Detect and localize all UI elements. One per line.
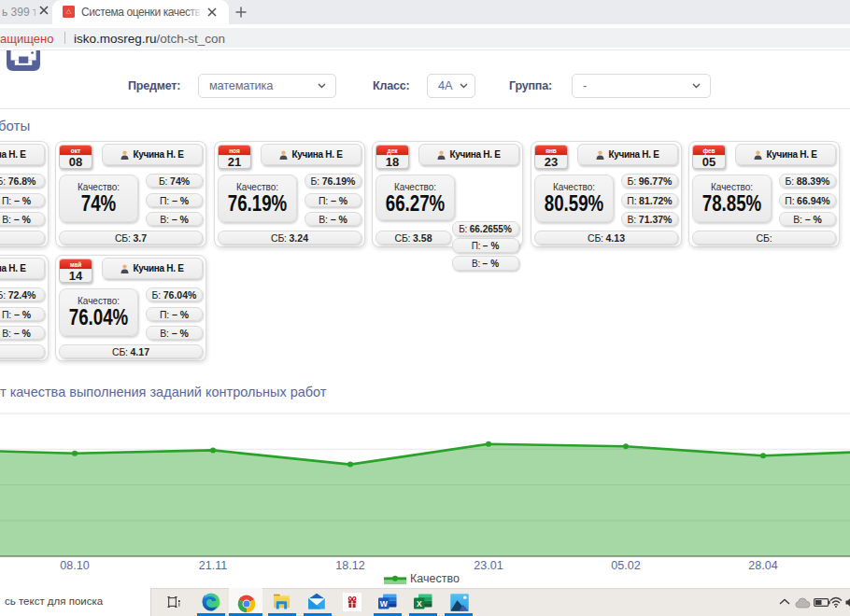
svg-text:X: X: [417, 599, 422, 609]
svg-text:W: W: [380, 599, 389, 609]
